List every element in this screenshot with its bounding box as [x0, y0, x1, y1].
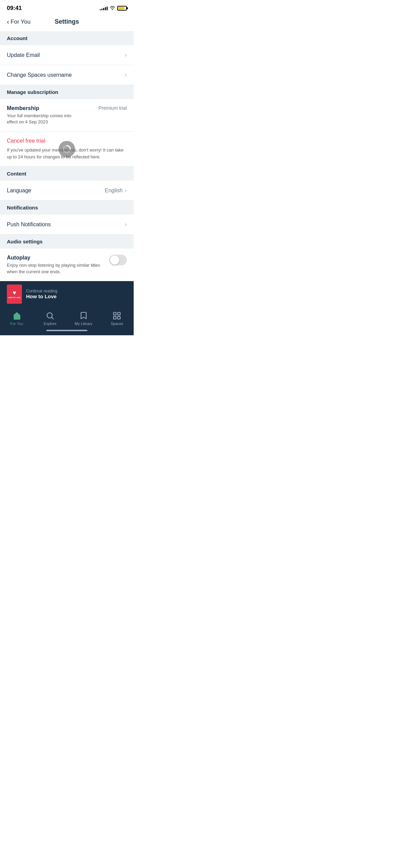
- home-indicator-bar: [46, 330, 87, 331]
- language-right: English ›: [105, 187, 127, 194]
- svg-rect-5: [118, 316, 120, 319]
- membership-description: Your full membership comes into effect o…: [7, 113, 82, 125]
- status-bar: 09:41: [0, 0, 134, 14]
- update-email-item[interactable]: Update Email ›: [0, 45, 134, 65]
- home-icon: [12, 311, 21, 320]
- autoplay-left: Autoplay Enjoy non-stop listening by pla…: [7, 255, 109, 275]
- autoplay-item: Autoplay Enjoy non-stop listening by pla…: [0, 249, 134, 281]
- language-value: English: [105, 188, 123, 194]
- membership-badge: Premium trial: [99, 105, 127, 111]
- change-spaces-chevron-icon: ›: [125, 71, 127, 79]
- page-title: Settings: [54, 18, 79, 25]
- battery-icon: [117, 6, 127, 11]
- nav-label-explore: Explore: [44, 322, 57, 326]
- svg-rect-3: [118, 312, 120, 315]
- nav-label-for-you: For You: [10, 322, 23, 326]
- nav-item-for-you[interactable]: For You: [5, 311, 29, 326]
- nav-item-spaces[interactable]: Spaces: [105, 311, 129, 326]
- notifications-section-header: Notifications: [0, 201, 134, 215]
- nav-label-my-library: My Library: [75, 322, 92, 326]
- autoplay-toggle[interactable]: [109, 255, 127, 265]
- nav-label-spaces: Spaces: [111, 322, 123, 326]
- book-cover-title: HOW TO LOVE: [8, 297, 20, 299]
- update-email-chevron-icon: ›: [125, 51, 127, 59]
- language-chevron-icon: ›: [125, 187, 127, 194]
- membership-left: Membership Your full membership comes in…: [7, 105, 95, 125]
- autoplay-description: Enjoy non-stop listening by playing simi…: [7, 262, 102, 275]
- settings-content: Account Update Email › Change Spaces use…: [0, 31, 134, 281]
- manage-subscription-section-header: Manage subscription: [0, 85, 134, 99]
- spaces-icon: [112, 311, 121, 320]
- language-item[interactable]: Language English ›: [0, 181, 134, 201]
- audio-settings-section-header: Audio settings: [0, 234, 134, 249]
- change-spaces-username-label: Change Spaces username: [7, 72, 72, 78]
- membership-item: Membership Your full membership comes in…: [0, 99, 134, 132]
- membership-title: Membership: [7, 105, 95, 111]
- cancel-free-trial-block: Cancel free trial If you've updated your…: [0, 132, 134, 167]
- bottom-nav: For You Explore My Library Spaces: [0, 307, 134, 327]
- continue-text: Continue reading How to Love: [26, 289, 127, 299]
- loading-spinner: [59, 141, 75, 157]
- back-label: For You: [11, 19, 31, 25]
- autoplay-title: Autoplay: [7, 255, 102, 261]
- account-section-header: Account: [0, 31, 134, 45]
- nav-header: ‹ For You Settings: [0, 14, 134, 31]
- update-email-label: Update Email: [7, 52, 40, 58]
- push-notifications-item[interactable]: Push Notifications ›: [0, 215, 134, 234]
- back-button[interactable]: ‹ For You: [7, 18, 31, 26]
- content-section-header: Content: [0, 167, 134, 181]
- change-spaces-username-item[interactable]: Change Spaces username ›: [0, 65, 134, 85]
- home-indicator: [0, 327, 134, 335]
- status-icons: [100, 5, 127, 11]
- continue-reading-label: Continue reading: [26, 289, 127, 293]
- nav-item-my-library[interactable]: My Library: [72, 311, 96, 326]
- wifi-icon: [110, 5, 115, 11]
- push-notifications-chevron-icon: ›: [125, 221, 127, 228]
- continue-reading-book-title: How to Love: [26, 293, 127, 299]
- back-arrow-icon: ‹: [7, 18, 9, 26]
- status-time: 09:41: [7, 5, 22, 12]
- language-label: Language: [7, 188, 31, 194]
- book-cover-heart-icon: ♥: [13, 289, 16, 297]
- bookmark-icon: [79, 311, 88, 320]
- search-icon: [46, 311, 54, 320]
- nav-item-explore[interactable]: Explore: [38, 311, 62, 326]
- svg-rect-2: [114, 312, 117, 315]
- signal-icon: [100, 6, 108, 10]
- push-notifications-label: Push Notifications: [7, 221, 51, 228]
- continue-reading-bar[interactable]: ♥ HOW TO LOVE Continue reading How to Lo…: [0, 281, 134, 307]
- book-cover: ♥ HOW TO LOVE: [7, 285, 22, 304]
- toggle-knob: [110, 255, 119, 265]
- svg-rect-4: [114, 316, 117, 319]
